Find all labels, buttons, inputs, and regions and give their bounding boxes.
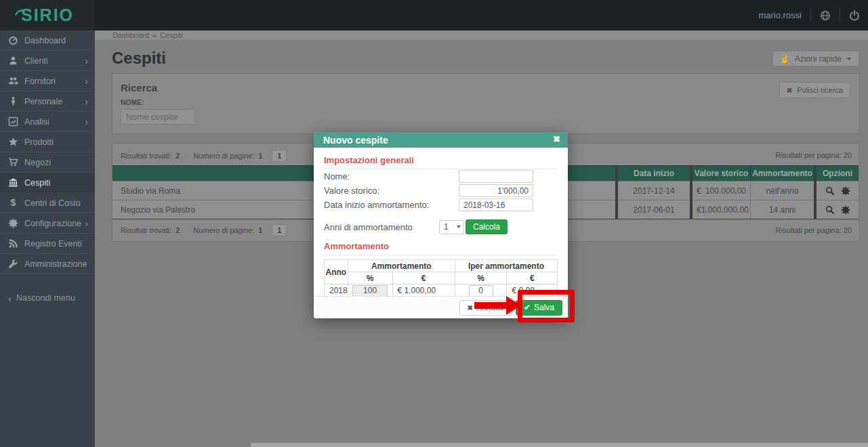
sidebar-item-negozi[interactable]: Negozi: [0, 152, 95, 173]
page-title: Cespiti: [112, 49, 859, 67]
dollar-icon: $: [8, 198, 19, 209]
sidebar-item-configurazione[interactable]: Configurazione ›: [0, 213, 95, 234]
iper-eur-value: € 0,00: [507, 284, 558, 297]
column-header-opzioni: Opzioni: [817, 166, 859, 181]
page-1-button[interactable]: 1: [272, 150, 287, 162]
amm-pct-header: %: [348, 272, 392, 284]
anno-value: 2018: [325, 284, 348, 297]
sidebar-item-prodotti[interactable]: Prodotti: [0, 132, 95, 152]
bank-icon: [8, 177, 19, 188]
amm-header: Ammortamento: [348, 260, 455, 272]
wrench-icon: [8, 259, 19, 270]
breadcrumb: Dashboard » Cespiti: [95, 30, 868, 40]
sidebar-item-dashboard[interactable]: Dashboard: [0, 30, 95, 51]
calcola-button[interactable]: Calcola: [466, 219, 508, 234]
section-impostazioni-generali: Impostazioni generali: [324, 155, 558, 169]
sidebar: Dashboard Clienti › Fornitori › Personal…: [0, 30, 95, 447]
modal-body: Impostazioni generali Nome: Valore stori…: [314, 148, 568, 296]
annulla-button[interactable]: ✖ Annulla: [459, 300, 510, 316]
column-header-valore[interactable]: Valore storico: [693, 166, 750, 181]
username[interactable]: mario.rossi: [758, 10, 802, 20]
user-icon: [8, 56, 19, 66]
form-row-nome: Nome:: [324, 169, 558, 184]
close-icon[interactable]: ✖: [553, 134, 560, 144]
rss-icon: [8, 238, 19, 249]
clear-search-button[interactable]: ✖ Pulisci ricerca: [779, 82, 850, 98]
sidebar-item-fornitori[interactable]: Fornitori ›: [0, 71, 95, 91]
chevron-right-icon: ›: [85, 77, 88, 86]
logo-area[interactable]: SIRIO: [0, 0, 95, 30]
name-field-label: NOME:: [121, 99, 859, 106]
chevron-down-icon: [846, 58, 852, 60]
chevron-right-icon: ›: [85, 117, 88, 127]
person-icon: [8, 96, 19, 107]
nuovo-cespite-modal: Nuovo cespite ✖ Impostazioni generali No…: [314, 132, 568, 318]
column-header-data-inizio[interactable]: Data inizio: [618, 166, 690, 181]
nome-label: Nome:: [324, 171, 459, 182]
amm-eur-header: €: [392, 272, 455, 284]
modal-footer: ✖ Annulla ✔ Salva: [314, 296, 568, 318]
sidebar-item-centri-di-costo[interactable]: $ Centri di Costo: [0, 193, 95, 213]
cell-ammortamento: 14 anni: [750, 200, 814, 219]
dragon-icon: [14, 1, 25, 9]
power-icon[interactable]: [849, 10, 860, 21]
nome-input[interactable]: [459, 170, 533, 183]
modal-title: Nuovo cespite: [314, 135, 388, 146]
anni-select[interactable]: 1: [439, 220, 464, 234]
amm-pct-input[interactable]: [352, 285, 388, 297]
globe-icon[interactable]: [820, 10, 831, 21]
chevron-right-icon: ›: [85, 219, 88, 228]
breadcrumb-separator: »: [152, 31, 157, 39]
divider: [810, 9, 811, 22]
ammortamento-table: Anno Ammortamento Iper ammortamento % € …: [324, 259, 558, 297]
iper-header: Iper ammortamento: [455, 260, 557, 272]
sidebar-item-personale[interactable]: Personale ›: [0, 91, 95, 112]
star-icon: [8, 137, 19, 148]
check-icon: ✔: [524, 303, 531, 312]
cell-valore: €100.000,00: [693, 181, 750, 200]
iper-pct-input[interactable]: [469, 285, 493, 297]
salva-button[interactable]: ✔ Salva: [516, 300, 562, 316]
page-1-button[interactable]: 1: [272, 224, 287, 236]
anni-label: Anni di ammortamento: [324, 222, 439, 232]
search-icon[interactable]: [825, 205, 835, 215]
hide-menu-button[interactable]: ‹ Nascondi menu: [0, 288, 95, 308]
horizontal-scrollbar[interactable]: [251, 443, 868, 447]
gear-icon[interactable]: [841, 186, 850, 196]
cart-icon: [8, 157, 19, 168]
form-row-anni: Anni di ammortamento 1 Calcola: [324, 219, 558, 234]
chevron-right-icon: ›: [85, 97, 88, 106]
sidebar-item-cespiti[interactable]: Cespiti: [0, 173, 95, 193]
sidebar-item-clienti[interactable]: Clienti ›: [0, 51, 95, 71]
valore-label: Valore storico:: [324, 186, 459, 196]
modal-header: Nuovo cespite ✖: [314, 132, 568, 148]
app-logo: SIRIO: [21, 5, 74, 25]
users-icon: [8, 76, 19, 87]
search-input[interactable]: [121, 109, 195, 125]
chevron-down-icon: [457, 226, 461, 228]
iper-eur-header: €: [507, 272, 558, 284]
gear-icon[interactable]: [841, 205, 850, 215]
search-icon[interactable]: [825, 186, 835, 196]
close-icon: ✖: [787, 87, 792, 94]
valore-storico-input[interactable]: [459, 184, 533, 197]
gauge-icon: [8, 35, 19, 46]
sidebar-item-registro-eventi[interactable]: Registro Eventi: [0, 234, 95, 254]
breadcrumb-dashboard[interactable]: Dashboard: [112, 31, 149, 39]
amm-eur-value: € 1.000,00: [392, 284, 455, 297]
cell-data-inizio: 2017-12-14: [618, 181, 690, 200]
iper-pct-header: %: [455, 272, 507, 284]
anno-header: Anno: [325, 260, 348, 284]
close-icon: ✖: [467, 304, 472, 312]
gear-icon: [8, 218, 19, 229]
form-row-valore: Valore storico:: [324, 184, 558, 198]
sidebar-item-amministrazione[interactable]: Amministrazione: [0, 254, 95, 274]
per-page-bottom: Risultati per pagina: 20: [775, 226, 852, 234]
sidebar-item-analisi[interactable]: Analisi ›: [0, 112, 95, 132]
column-header-ammortamento[interactable]: Ammortamento: [750, 166, 814, 181]
svg-text:$: $: [11, 198, 16, 208]
data-inizio-input[interactable]: [459, 198, 533, 211]
topbar: SIRIO mario.rossi: [0, 0, 868, 30]
search-panel-title: Ricerca: [112, 74, 859, 99]
quick-actions-button[interactable]: ☝ Azioni rapide: [772, 51, 859, 66]
